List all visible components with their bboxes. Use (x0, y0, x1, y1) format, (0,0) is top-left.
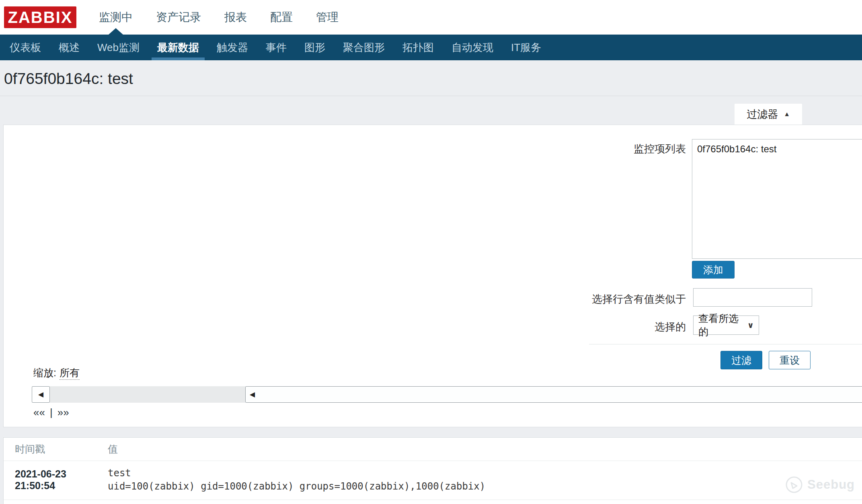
sub-navigation: 仪表板 概述 Web监测 最新数据 触发器 事件 图形 聚合图形 拓扑图 自动发… (0, 35, 862, 60)
tab-triggers[interactable]: 触发器 (208, 35, 257, 60)
menu-item-administration[interactable]: 管理 (316, 0, 339, 35)
value-like-input[interactable] (693, 288, 812, 307)
seebug-watermark: Seebug (785, 475, 855, 494)
menu-item-label: 资产记录 (156, 10, 201, 25)
table-row: 2021-06-23 21:50:54 test uid=100(zabbix)… (4, 461, 862, 500)
time-scrollbar-slider[interactable]: ◀ (245, 386, 862, 403)
reset-button[interactable]: 重设 (769, 351, 811, 369)
selected-dropdown-value: 查看所选的 (698, 312, 747, 338)
zoom-all-link[interactable]: 所有 (60, 366, 80, 380)
zoom-label: 缩放: (33, 366, 56, 379)
zabbix-logo[interactable]: ZABBIX (4, 6, 76, 28)
table-header-row: 时间戳 值 (4, 438, 862, 461)
value-line: test (108, 467, 862, 480)
pager-prev-link[interactable]: «« (33, 406, 45, 419)
menu-item-label: 管理 (316, 10, 339, 25)
time-scrollbar-track[interactable] (32, 386, 246, 403)
tab-screens[interactable]: 聚合图形 (334, 35, 394, 60)
arrow-left-icon: ◀ (38, 390, 43, 399)
menu-item-label: 报表 (224, 10, 247, 25)
pager-separator: | (50, 406, 53, 419)
menu-item-reports[interactable]: 报表 (224, 0, 247, 35)
seebug-logo-icon (785, 475, 803, 494)
timestamp-cell: 2021-06-23 21:50:54 (4, 468, 108, 492)
selected-label: 选择的 (655, 320, 686, 334)
active-menu-pointer-icon (109, 28, 123, 35)
value-cell: test uid=100(zabbix) gid=1000(zabbix) gr… (108, 467, 862, 493)
watermark-text: Seebug (807, 477, 855, 492)
menu-item-monitoring[interactable]: 监测中 (99, 0, 133, 35)
filter-toggle-tab[interactable]: 过滤器 ▲ (735, 104, 802, 125)
menu-item-label: 监测中 (99, 10, 133, 25)
filter-button[interactable]: 过滤 (720, 351, 762, 369)
menu-item-configuration[interactable]: 配置 (270, 0, 293, 35)
items-listbox-option[interactable]: 0f765f0b164c: test (692, 139, 862, 159)
arrow-left-icon: ◀ (250, 390, 255, 399)
value-like-label: 选择行含有值类似于 (592, 292, 686, 306)
tab-graphs[interactable]: 图形 (296, 35, 334, 60)
pager-next-link[interactable]: »» (57, 406, 69, 419)
add-button[interactable]: 添加 (692, 261, 735, 279)
tab-latest-data[interactable]: 最新数据 (148, 35, 208, 60)
history-table-panel: 时间戳 值 2021-06-23 21:50:54 test uid=100(z… (3, 437, 862, 504)
selected-dropdown[interactable]: 查看所选的 ∨ (693, 316, 759, 335)
value-line: uid=100(zabbix) gid=1000(zabbix) groups=… (108, 480, 862, 493)
page-root: ZABBIX 监测中 资产记录 报表 配置 管理 仪表板 概述 Web监测 最新… (0, 0, 862, 504)
column-header-value: 值 (108, 443, 862, 456)
chevron-down-icon: ∨ (747, 320, 754, 330)
filter-buttons-divider (589, 344, 862, 344)
items-listbox[interactable]: 0f765f0b164c: test (692, 139, 862, 259)
menu-item-inventory[interactable]: 资产记录 (156, 0, 201, 35)
tab-overview[interactable]: 概述 (50, 35, 88, 60)
zoom-row: 缩放: 所有 (33, 366, 80, 380)
column-header-timestamp: 时间戳 (4, 443, 108, 456)
top-menu: 监测中 资产记录 报表 配置 管理 (99, 0, 339, 35)
app-header: ZABBIX 监测中 资产记录 报表 配置 管理 (0, 0, 862, 35)
items-list-label: 监控项列表 (634, 142, 686, 156)
filter-tab-label: 过滤器 (747, 107, 778, 121)
title-divider (0, 96, 862, 96)
title-strip: 0f765f0b164c: test (0, 60, 862, 125)
tab-discovery[interactable]: 自动发现 (443, 35, 502, 60)
page-title: 0f765f0b164c: test (4, 70, 133, 88)
collapse-up-icon: ▲ (784, 111, 790, 118)
scrollbar-left-button[interactable]: ◀ (32, 386, 50, 403)
filter-panel: 监控项列表 0f765f0b164c: test 添加 选择行含有值类似于 选择… (3, 125, 862, 427)
tab-it-services[interactable]: IT服务 (502, 35, 550, 60)
timeline-pager: «« | »» (33, 406, 69, 419)
tab-web-monitoring[interactable]: Web监测 (88, 35, 148, 60)
tab-maps[interactable]: 拓扑图 (394, 35, 443, 60)
menu-item-label: 配置 (270, 10, 293, 25)
tab-dashboard[interactable]: 仪表板 (1, 35, 50, 60)
tab-events[interactable]: 事件 (257, 35, 296, 60)
